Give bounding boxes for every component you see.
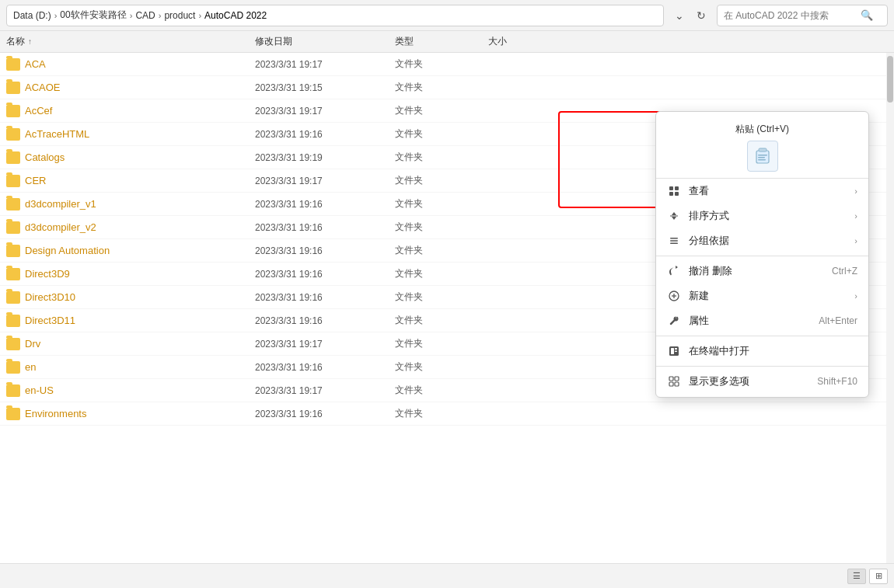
file-name-label: Drv	[25, 338, 40, 350]
col-header-type[interactable]: 类型	[395, 35, 488, 48]
folder-icon	[6, 128, 20, 141]
col-header-name[interactable]: 名称 ↑	[6, 35, 255, 48]
view-detail-btn[interactable]: ⊞	[869, 569, 888, 584]
folder-icon	[6, 315, 20, 327]
folder-icon	[6, 58, 20, 71]
file-name-cell: AcTraceHTML	[6, 128, 255, 141]
file-name-label: Environments	[25, 408, 86, 419]
dropdown-btn[interactable]: ⌄	[670, 6, 689, 25]
file-name-label: CER	[25, 175, 46, 186]
file-type-cell: 文件夹	[395, 291, 488, 304]
table-row[interactable]: AcCef 2023/3/31 19:17 文件夹	[0, 99, 894, 123]
file-date-cell: 2023/3/31 19:17	[255, 385, 395, 396]
scrollbar-thumb[interactable]	[887, 56, 893, 103]
status-bar: ☰ ⊞	[0, 563, 894, 588]
file-type-cell: 文件夹	[395, 337, 488, 350]
file-name-cell: ACAOE	[6, 82, 255, 94]
table-row[interactable]: Design Automation 2023/3/31 19:16 文件夹	[0, 239, 894, 263]
search-icon[interactable]: 🔍	[861, 9, 873, 21]
file-name-cell: CER	[6, 175, 255, 187]
breadcrumb[interactable]: Data (D:) › 00软件安装路径 › CAD › product › A…	[6, 5, 664, 26]
file-date-cell: 2023/3/31 19:15	[255, 82, 395, 93]
file-type-cell: 文件夹	[395, 197, 488, 210]
col-header-size[interactable]: 大小	[488, 35, 550, 48]
breadcrumb-product[interactable]: product	[164, 10, 195, 21]
folder-icon	[6, 338, 20, 350]
breadcrumb-sep-1: ›	[54, 11, 58, 20]
file-date-cell: 2023/3/31 19:16	[255, 409, 395, 419]
folder-icon	[6, 291, 20, 304]
breadcrumb-autocad-2022[interactable]: AutoCAD 2022	[204, 10, 267, 21]
table-row[interactable]: en 2023/3/31 19:16 文件夹	[0, 356, 894, 379]
folder-icon	[6, 175, 20, 187]
file-name-label: Direct3D9	[25, 268, 70, 280]
table-row[interactable]: Direct3D9 2023/3/31 19:16 文件夹	[0, 263, 894, 286]
table-row[interactable]: en-US 2023/3/31 19:17 文件夹	[0, 379, 894, 402]
file-name-label: ACA	[25, 58, 46, 70]
file-name-label: Catalogs	[25, 151, 65, 163]
file-date-cell: 2023/3/31 19:16	[255, 315, 395, 326]
file-name-label: ACAOE	[25, 82, 61, 93]
table-row[interactable]: d3dcompiler_v1 2023/3/31 19:16 文件夹	[0, 193, 894, 216]
table-row[interactable]: Drv 2023/3/31 19:17 文件夹	[0, 332, 894, 356]
breadcrumb-install-path[interactable]: 00软件安装路径	[60, 9, 126, 22]
table-row[interactable]: Catalogs 2023/3/31 19:19 文件夹	[0, 146, 894, 169]
table-row[interactable]: Direct3D10 2023/3/31 19:16 文件夹	[0, 286, 894, 309]
file-name-cell: Catalogs	[6, 151, 255, 164]
file-name-label: d3dcompiler_v2	[25, 221, 96, 233]
address-actions: ⌄ ↻	[670, 6, 711, 25]
file-date-cell: 2023/3/31 19:17	[255, 339, 395, 350]
file-date-cell: 2023/3/31 19:17	[255, 176, 395, 186]
file-type-cell: 文件夹	[395, 221, 488, 234]
file-date-cell: 2023/3/31 19:16	[255, 292, 395, 303]
file-date-cell: 2023/3/31 19:16	[255, 362, 395, 373]
file-type-cell: 文件夹	[395, 57, 488, 71]
table-row[interactable]: AcTraceHTML 2023/3/31 19:16 文件夹	[0, 123, 894, 146]
folder-icon	[6, 82, 20, 94]
table-row[interactable]: Environments 2023/3/31 19:16 文件夹	[0, 402, 894, 426]
file-date-cell: 2023/3/31 19:16	[255, 269, 395, 280]
folder-icon	[6, 408, 20, 420]
column-headers: 名称 ↑ 修改日期 类型 大小	[0, 31, 894, 53]
file-type-cell: 文件夹	[395, 360, 488, 374]
breadcrumb-data-d[interactable]: Data (D:)	[13, 10, 51, 21]
file-type-cell: 文件夹	[395, 174, 488, 187]
search-input[interactable]	[724, 10, 856, 21]
file-name-cell: Drv	[6, 338, 255, 350]
file-name-label: AcTraceHTML	[25, 128, 89, 140]
file-name-cell: en	[6, 361, 255, 374]
file-type-cell: 文件夹	[395, 81, 488, 94]
address-bar: Data (D:) › 00软件安装路径 › CAD › product › A…	[0, 0, 894, 31]
view-list-btn[interactable]: ☰	[847, 569, 866, 584]
breadcrumb-sep-3: ›	[159, 11, 162, 20]
file-name-cell: d3dcompiler_v1	[6, 198, 255, 210]
file-name-label: AcCef	[25, 105, 52, 117]
file-type-cell: 文件夹	[395, 127, 488, 141]
file-name-cell: Environments	[6, 408, 255, 420]
file-date-cell: 2023/3/31 19:19	[255, 152, 395, 163]
file-name-label: en	[25, 361, 36, 373]
scrollbar-track[interactable]	[886, 53, 894, 563]
file-name-label: Design Automation	[25, 245, 110, 256]
table-row[interactable]: Direct3D11 2023/3/31 19:16 文件夹	[0, 309, 894, 332]
folder-icon	[6, 105, 20, 117]
breadcrumb-cad[interactable]: CAD	[135, 10, 155, 21]
file-name-label: Direct3D11	[25, 315, 75, 326]
file-name-label: en-US	[25, 384, 54, 396]
file-date-cell: 2023/3/31 19:17	[255, 106, 395, 117]
refresh-btn[interactable]: ↻	[692, 6, 711, 25]
sort-arrow-name: ↑	[28, 37, 32, 46]
file-type-cell: 文件夹	[395, 267, 488, 280]
table-row[interactable]: ACAOE 2023/3/31 19:15 文件夹	[0, 76, 894, 99]
table-row[interactable]: d3dcompiler_v2 2023/3/31 19:16 文件夹	[0, 216, 894, 239]
file-date-cell: 2023/3/31 19:16	[255, 245, 395, 256]
folder-icon	[6, 268, 20, 280]
search-box[interactable]: 🔍	[717, 5, 888, 26]
file-date-cell: 2023/3/31 19:16	[255, 222, 395, 233]
col-header-date[interactable]: 修改日期	[255, 35, 395, 48]
file-name-cell: ACA	[6, 58, 255, 71]
table-row[interactable]: ACA 2023/3/31 19:17 文件夹	[0, 53, 894, 76]
file-date-cell: 2023/3/31 19:16	[255, 129, 395, 140]
table-row[interactable]: CER 2023/3/31 19:17 文件夹	[0, 169, 894, 193]
file-type-cell: 文件夹	[395, 151, 488, 164]
